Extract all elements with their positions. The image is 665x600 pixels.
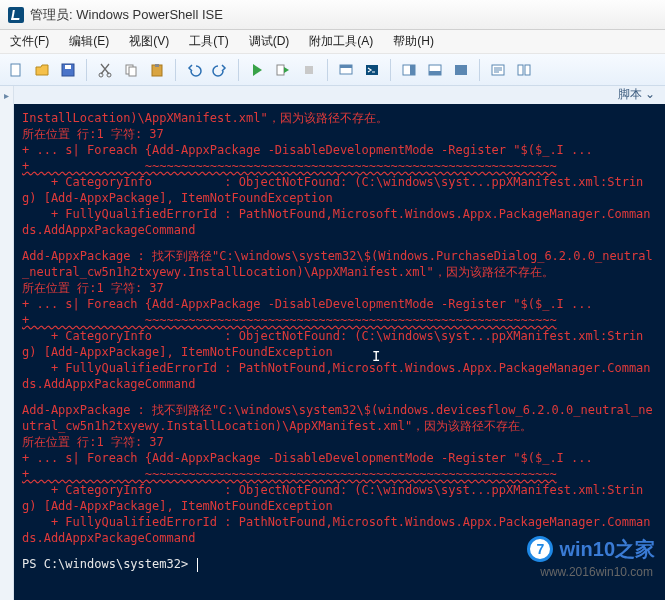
chevron-right-icon: ▸ <box>4 90 9 101</box>
redo-icon[interactable] <box>208 58 232 82</box>
svg-rect-17 <box>429 71 441 75</box>
window-titlebar: 管理员: Windows PowerShell ISE <box>0 0 665 30</box>
console-pane-wrap: 脚本 ⌄ InstallLocation)\AppXManifest.xml"，… <box>14 86 665 600</box>
svg-rect-21 <box>525 65 530 75</box>
svg-rect-0 <box>11 64 20 76</box>
blank-line <box>22 392 657 402</box>
window-title: 管理员: Windows PowerShell ISE <box>30 6 223 24</box>
console-line: + ... s| Foreach {Add-AppxPackage -Disab… <box>22 450 657 466</box>
toolbar-separator <box>86 59 87 81</box>
toolbar-separator <box>479 59 480 81</box>
menu-help[interactable]: 帮助(H) <box>389 31 438 52</box>
console-line: + ... s| Foreach {Add-AppxPackage -Disab… <box>22 296 657 312</box>
undo-icon[interactable] <box>182 58 206 82</box>
console-line: + ~~~~~~~~~~~~~~~~~~~~~~~~~~~~~~~~~~~~~~… <box>22 158 657 174</box>
open-file-icon[interactable] <box>30 58 54 82</box>
svg-rect-2 <box>65 65 71 69</box>
menu-tools[interactable]: 工具(T) <box>185 31 232 52</box>
svg-rect-8 <box>155 64 159 67</box>
console-pane[interactable]: InstallLocation)\AppXManifest.xml"，因为该路径… <box>14 104 665 600</box>
console-line: 所在位置 行:1 字符: 37 <box>22 434 657 450</box>
console-line: + FullyQualifiedErrorId : PathNotFound,M… <box>22 514 657 546</box>
svg-rect-6 <box>129 67 136 76</box>
new-file-icon[interactable] <box>4 58 28 82</box>
toolbar-separator <box>238 59 239 81</box>
menu-file[interactable]: 文件(F) <box>6 31 53 52</box>
save-icon[interactable] <box>56 58 80 82</box>
cut-icon[interactable] <box>93 58 117 82</box>
start-powershell-icon[interactable] <box>360 58 384 82</box>
run-selection-icon[interactable] <box>271 58 295 82</box>
text-cursor <box>197 558 198 572</box>
console-line: + CategoryInfo : ObjectNotFound: (C:\win… <box>22 482 657 514</box>
console-line: 所在位置 行:1 字符: 37 <box>22 126 657 142</box>
console-line: + CategoryInfo : ObjectNotFound: (C:\win… <box>22 174 657 206</box>
console-line: + FullyQualifiedErrorId : PathNotFound,M… <box>22 360 657 392</box>
menu-debug[interactable]: 调试(D) <box>245 31 294 52</box>
menu-edit[interactable]: 编辑(E) <box>65 31 113 52</box>
menu-view[interactable]: 视图(V) <box>125 31 173 52</box>
console-line: + ~~~~~~~~~~~~~~~~~~~~~~~~~~~~~~~~~~~~~~… <box>22 466 657 482</box>
script-pane-label[interactable]: 脚本 ⌄ <box>14 86 665 104</box>
menubar: 文件(F) 编辑(E) 视图(V) 工具(T) 调试(D) 附加工具(A) 帮助… <box>0 30 665 54</box>
console-line: Add-AppxPackage : 找不到路径"C:\windows\syste… <box>22 402 657 434</box>
menu-addons[interactable]: 附加工具(A) <box>305 31 377 52</box>
svg-rect-10 <box>305 66 313 74</box>
svg-rect-9 <box>277 65 284 75</box>
svg-rect-12 <box>340 65 352 68</box>
console-line: 所在位置 行:1 字符: 37 <box>22 280 657 296</box>
console-line: + ... s| Foreach {Add-AppxPackage -Disab… <box>22 142 657 158</box>
run-icon[interactable] <box>245 58 269 82</box>
editor-area: ▸ 脚本 ⌄ InstallLocation)\AppXManifest.xml… <box>0 86 665 600</box>
show-command-addon-icon[interactable] <box>512 58 536 82</box>
layout-full-icon[interactable] <box>449 58 473 82</box>
console-line: Add-AppxPackage : 找不到路径"C:\windows\syste… <box>22 248 657 280</box>
stop-icon[interactable] <box>297 58 321 82</box>
app-icon <box>8 7 24 23</box>
svg-rect-15 <box>410 65 415 75</box>
console-line: + CategoryInfo : ObjectNotFound: (C:\win… <box>22 328 657 360</box>
chevron-down-icon: ⌄ <box>645 87 655 101</box>
console-line: + ~~~~~~~~~~~~~~~~~~~~~~~~~~~~~~~~~~~~~~… <box>22 312 657 328</box>
layout-bottom-icon[interactable] <box>423 58 447 82</box>
new-remote-tab-icon[interactable] <box>334 58 358 82</box>
svg-rect-20 <box>518 65 523 75</box>
svg-rect-18 <box>455 65 467 75</box>
toolbar-separator <box>327 59 328 81</box>
collapse-gutter[interactable]: ▸ <box>0 86 14 600</box>
paste-icon[interactable] <box>145 58 169 82</box>
layout-right-icon[interactable] <box>397 58 421 82</box>
copy-icon[interactable] <box>119 58 143 82</box>
console-prompt[interactable]: PS C:\windows\system32> <box>22 556 657 572</box>
toolbar <box>0 54 665 86</box>
toolbar-separator <box>390 59 391 81</box>
toolbar-separator <box>175 59 176 81</box>
blank-line <box>22 238 657 248</box>
console-line: + FullyQualifiedErrorId : PathNotFound,M… <box>22 206 657 238</box>
show-command-icon[interactable] <box>486 58 510 82</box>
console-line: InstallLocation)\AppXManifest.xml"，因为该路径… <box>22 110 657 126</box>
